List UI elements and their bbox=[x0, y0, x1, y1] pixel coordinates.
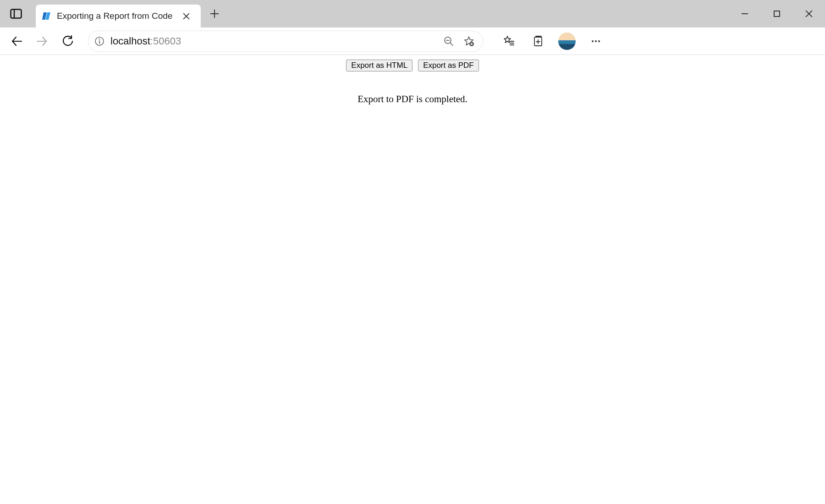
svg-rect-9 bbox=[774, 11, 780, 16]
svg-point-26 bbox=[592, 40, 594, 42]
minimize-button[interactable] bbox=[729, 0, 761, 27]
browser-tab[interactable]: Exporting a Report from Code bbox=[36, 5, 201, 27]
svg-point-27 bbox=[595, 40, 597, 42]
browser-titlebar: Exporting a Report from Code bbox=[0, 0, 825, 27]
page-content: Export as HTML Export as PDF Export to P… bbox=[0, 55, 825, 105]
back-button[interactable] bbox=[6, 30, 28, 52]
more-options-icon[interactable] bbox=[587, 32, 605, 50]
close-window-button[interactable] bbox=[793, 0, 825, 27]
export-buttons-row: Export as HTML Export as PDF bbox=[0, 60, 825, 71]
maximize-button[interactable] bbox=[761, 0, 793, 27]
export-status-message: Export to PDF is completed. bbox=[0, 93, 825, 105]
browser-navbar: localhost:50603 bbox=[0, 27, 825, 55]
url-port: :50603 bbox=[150, 35, 181, 47]
new-tab-button[interactable] bbox=[205, 5, 224, 23]
window-controls bbox=[729, 0, 825, 27]
refresh-button[interactable] bbox=[57, 30, 79, 52]
site-info-icon[interactable] bbox=[93, 35, 106, 48]
add-favorite-icon[interactable] bbox=[462, 35, 475, 48]
favorites-icon[interactable] bbox=[500, 32, 518, 50]
export-html-button[interactable]: Export as HTML bbox=[346, 60, 412, 71]
tab-title: Exporting a Report from Code bbox=[57, 11, 174, 21]
svg-rect-0 bbox=[11, 10, 22, 18]
close-tab-button[interactable] bbox=[180, 10, 192, 22]
tab-favicon-icon bbox=[42, 11, 51, 21]
collections-icon[interactable] bbox=[529, 32, 547, 50]
forward-button bbox=[31, 30, 53, 52]
export-pdf-button[interactable]: Export as PDF bbox=[418, 60, 479, 71]
tab-actions-icon[interactable] bbox=[5, 2, 28, 25]
address-bar[interactable]: localhost:50603 bbox=[88, 31, 483, 52]
toolbar-right bbox=[500, 32, 605, 50]
svg-point-28 bbox=[598, 40, 600, 42]
zoom-out-icon[interactable] bbox=[442, 35, 455, 48]
url-text: localhost:50603 bbox=[110, 35, 438, 47]
svg-point-13 bbox=[99, 38, 100, 39]
profile-avatar[interactable] bbox=[558, 33, 576, 50]
url-host: localhost bbox=[110, 35, 150, 47]
svg-line-16 bbox=[451, 43, 453, 45]
